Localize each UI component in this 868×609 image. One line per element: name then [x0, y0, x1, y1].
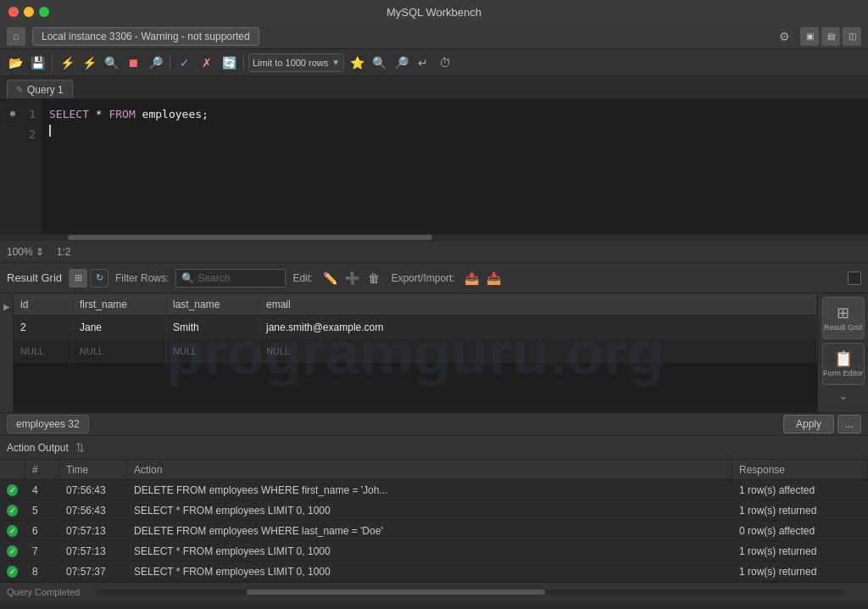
file-tools: 📂 💾	[5, 53, 47, 73]
col-header-first-name: first_name	[73, 293, 166, 315]
window-title: MySQL Workbench	[387, 6, 481, 19]
line-numbers: 1 2	[0, 98, 42, 233]
stop-btn[interactable]: ⏹	[123, 53, 143, 73]
settings-icon[interactable]: ⚙	[775, 27, 793, 46]
query-tab-1[interactable]: ✎ Query 1	[7, 80, 73, 98]
revert-button[interactable]: ...	[837, 415, 861, 433]
list-item[interactable]: ✓ 8 07:57:37 SELECT * FROM employees LIM…	[0, 562, 868, 582]
edit-row-btn[interactable]: ✏️	[320, 268, 340, 288]
horizontal-scrollbar[interactable]	[0, 234, 868, 241]
query-status-text: Query Completed	[7, 587, 80, 597]
explain-btn[interactable]: 🔍	[101, 53, 121, 73]
active-dot	[10, 111, 15, 116]
cell-email-1: jane.smith@example.com	[259, 316, 817, 338]
list-item[interactable]: ✓ 7 07:57:13 SELECT * FROM employees LIM…	[0, 541, 868, 562]
connection-bar: ⌂ Local instance 3306 - Warning - not su…	[0, 24, 868, 49]
wrap-cell-checkbox[interactable]	[848, 271, 861, 285]
import-btn[interactable]: 📥	[484, 268, 504, 288]
table-tab-label: employees 32	[16, 418, 80, 430]
cursor-position: 1:2	[57, 246, 71, 258]
row-num-7: 7	[25, 541, 59, 561]
history-btn[interactable]: ⏱	[435, 53, 455, 73]
rollback-btn[interactable]: ✗	[197, 53, 217, 73]
code-line-1: SELECT * FROM employees;	[49, 105, 861, 122]
row-response-6: 0 row(s) affected	[732, 521, 868, 540]
table-name: employees;	[142, 108, 209, 120]
view-btn-2[interactable]: ▤	[821, 27, 840, 46]
result-grid-sidebar-btn[interactable]: ⊞ Result Grid	[822, 297, 865, 339]
ok-icon: ✓	[7, 566, 18, 578]
list-item[interactable]: ✓ 4 07:56:43 DELETE FROM employees WHERE…	[0, 480, 868, 500]
bookmark-btn[interactable]: ⭐	[347, 53, 367, 73]
output-table-header: # Time Action Response	[0, 460, 868, 480]
cursor	[49, 125, 51, 137]
apply-button[interactable]: Apply	[783, 415, 834, 433]
cell-email-null: NULL	[259, 339, 817, 362]
sidebar-scroll-down-icon[interactable]: ⌄	[838, 388, 849, 402]
table-row[interactable]: NULL NULL NULL NULL	[14, 339, 817, 363]
grid-view-buttons: ⊞ ↻	[69, 269, 108, 288]
employees-tab[interactable]: employees 32	[7, 415, 89, 433]
list-item[interactable]: ✓ 5 07:56:43 SELECT * FROM employees LIM…	[0, 500, 868, 521]
list-item[interactable]: ✓ 6 07:57:13 DELETE FROM employees WHERE…	[0, 521, 868, 541]
title-bar: MySQL Workbench	[0, 0, 868, 24]
output-sort-icon[interactable]: ⇅	[75, 441, 85, 454]
minimize-button[interactable]	[24, 7, 34, 17]
zoom-control[interactable]: 100% ⇕	[7, 246, 44, 258]
col-header-email: email	[259, 293, 817, 315]
row-response-4: 1 row(s) affected	[732, 480, 868, 500]
maximize-button[interactable]	[39, 7, 49, 17]
home-icon[interactable]: ⌂	[7, 27, 25, 46]
code-editor[interactable]: SELECT * FROM employees;	[42, 98, 868, 233]
result-expand[interactable]: ▶	[0, 293, 14, 412]
ok-icon: ✓	[7, 545, 18, 557]
export-buttons: 📤 📥	[462, 268, 504, 288]
word-wrap-btn[interactable]: ↵	[413, 53, 433, 73]
tab-icon: ✎	[16, 85, 23, 94]
schema-inspect-btn[interactable]: 🔎	[145, 53, 165, 73]
scroll-thumb[interactable]	[68, 235, 432, 240]
row-num-6: 6	[25, 521, 59, 540]
view-btn-1[interactable]: ▣	[800, 27, 819, 46]
row-action-4: DELETE FROM employees WHERE first_name =…	[127, 480, 732, 500]
status-badge-8: ✓	[0, 562, 25, 581]
editor-area[interactable]: 1 2 SELECT * FROM employees;	[0, 98, 868, 234]
limit-arrow-icon: ▼	[331, 58, 340, 67]
table-row[interactable]: 2 Jane Smith jane.smith@example.com	[14, 316, 817, 339]
grid-view-btn[interactable]: ⊞	[69, 269, 87, 288]
col-header-status	[0, 460, 25, 479]
folder-open-btn[interactable]: 📂	[5, 53, 25, 73]
output-label: Action Output	[7, 442, 69, 454]
action-output-panel: Action Output ⇅ # Time Action Response ✓…	[0, 436, 868, 582]
view-btn-3[interactable]: ◫	[843, 27, 861, 46]
run-selection-btn[interactable]: ⚡	[79, 53, 99, 73]
cell-first-null: NULL	[73, 339, 166, 362]
col-header-last-name: last_name	[166, 293, 259, 315]
connection-label[interactable]: Local instance 3306 - Warning - not supp…	[32, 27, 259, 46]
ok-icon: ✓	[7, 505, 18, 517]
export-btn[interactable]: 📤	[462, 268, 482, 288]
status-badge-7: ✓	[0, 541, 25, 561]
refresh-btn[interactable]: ↻	[90, 269, 108, 288]
limit-select[interactable]: Limit to 1000 rows ▼	[248, 53, 344, 72]
extra-tools: ⭐ 🔍 🔎 ↵ ⏱	[347, 53, 455, 73]
add-row-btn[interactable]: ➕	[342, 268, 362, 288]
bottom-scrollbar[interactable]	[97, 589, 844, 595]
keyword-from: FROM	[108, 108, 135, 120]
toggle-btn[interactable]: 🔄	[219, 53, 239, 73]
code-line-2	[49, 122, 861, 139]
row-action-5: SELECT * FROM employees LIMIT 0, 1000	[127, 500, 732, 520]
close-button[interactable]	[8, 7, 19, 17]
find-btn[interactable]: 🔎	[391, 53, 411, 73]
form-editor-sidebar-btn[interactable]: 📋 Form Editor	[822, 343, 865, 385]
search-box[interactable]: 🔍 Search	[175, 269, 286, 288]
bottom-scroll-thumb[interactable]	[247, 589, 546, 595]
cell-id-1: 2	[14, 316, 73, 338]
save-btn[interactable]: 💾	[27, 53, 47, 73]
search-btn[interactable]: 🔍	[369, 53, 389, 73]
status-badge-6: ✓	[0, 521, 25, 540]
delete-row-btn[interactable]: 🗑	[364, 268, 384, 288]
commit-btn[interactable]: ✓	[175, 53, 195, 73]
export-label: Export/Import:	[391, 272, 454, 284]
run-query-btn[interactable]: ⚡	[57, 53, 77, 73]
